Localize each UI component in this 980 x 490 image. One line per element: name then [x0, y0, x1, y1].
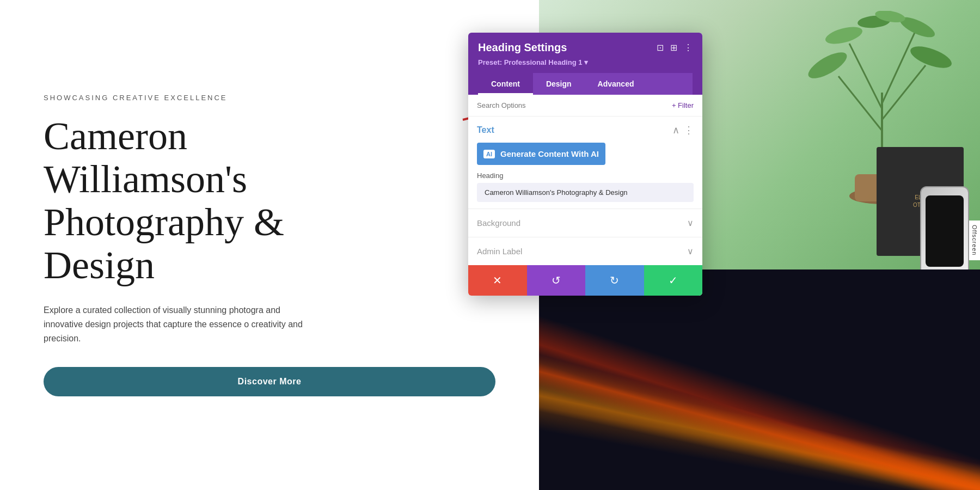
discover-more-button[interactable]: Discover More: [44, 367, 495, 396]
description-text: Explore a curated collection of visually…: [44, 303, 305, 345]
generate-ai-button[interactable]: AI Generate Content With AI: [477, 143, 605, 165]
svg-line-4: [882, 65, 926, 120]
left-content-section: SHOWCASING CREATIVE EXCELLENCE Cameron W…: [0, 0, 539, 490]
svg-point-8: [908, 42, 954, 72]
heading-field-label: Heading: [477, 171, 694, 180]
heading-field-value[interactable]: Cameron Williamson's Photography & Desig…: [477, 183, 694, 202]
tab-advanced[interactable]: Advanced: [585, 73, 647, 95]
subtitle-text: SHOWCASING CREATIVE EXCELLENCE: [44, 94, 495, 102]
admin-label-text: Admin Label: [477, 247, 522, 256]
text-section-controls: ∧ ⋮: [672, 124, 694, 136]
panel-footer: ✕ ↺ ↻ ✓: [468, 265, 702, 296]
section-more-icon[interactable]: ⋮: [684, 124, 694, 136]
confirm-button[interactable]: ✓: [644, 265, 703, 296]
svg-point-9: [824, 23, 864, 47]
panel-title-row: Heading Settings ⊡ ⊞ ⋮: [478, 41, 693, 54]
svg-line-5: [849, 44, 882, 109]
phone-screen: [926, 195, 964, 267]
search-row: + Filter: [468, 95, 702, 117]
panel-title: Heading Settings: [478, 41, 567, 54]
redo-icon: ↻: [610, 274, 619, 287]
background-chevron-icon: ∨: [687, 218, 694, 228]
ai-button-label: Generate Content With AI: [500, 149, 599, 158]
panel-body: + Filter Text ∧ ⋮ AI Generate Content Wi…: [468, 95, 702, 265]
redo-button[interactable]: ↻: [585, 265, 644, 296]
undo-icon: ↺: [552, 274, 561, 287]
heading-settings-panel: Heading Settings ⊡ ⊞ ⋮ Preset: Professio…: [468, 33, 702, 296]
text-section-title: Text: [477, 125, 494, 135]
panel-header: Heading Settings ⊡ ⊞ ⋮ Preset: Professio…: [468, 33, 702, 95]
phone-decoration: [920, 186, 969, 279]
admin-chevron-icon: ∨: [687, 246, 694, 256]
svg-line-3: [838, 76, 882, 131]
preset-label[interactable]: Preset: Professional Heading 1 ▾: [478, 58, 693, 66]
background-label: Background: [477, 218, 520, 228]
tab-content[interactable]: Content: [478, 73, 533, 95]
confirm-icon: ✓: [669, 274, 678, 287]
light-trails: [539, 270, 980, 490]
admin-label-section[interactable]: Admin Label ∨: [468, 237, 702, 265]
undo-button[interactable]: ↺: [527, 265, 586, 296]
ai-badge: AI: [483, 150, 495, 158]
grid-icon[interactable]: ⊞: [670, 42, 677, 53]
text-section-header: Text ∧ ⋮: [468, 117, 702, 140]
panel-icon-group: ⊡ ⊞ ⋮: [657, 42, 693, 53]
heading-field-group: Heading Cameron Williamson's Photography…: [468, 171, 702, 209]
tab-design[interactable]: Design: [533, 73, 585, 95]
search-options-input[interactable]: [477, 101, 667, 109]
background-section[interactable]: Background ∨: [468, 209, 702, 237]
svg-point-7: [805, 47, 850, 83]
cancel-icon: ✕: [493, 274, 502, 287]
main-heading: Cameron Williamson's Photography & Desig…: [44, 115, 495, 287]
collapse-icon[interactable]: ∧: [672, 124, 679, 136]
cancel-button[interactable]: ✕: [468, 265, 527, 296]
more-options-icon[interactable]: ⋮: [684, 42, 693, 53]
preset-chevron: ▾: [584, 58, 588, 66]
filter-button[interactable]: + Filter: [672, 101, 694, 109]
offscreen-label: Offscreen: [969, 220, 980, 260]
light-trails-section: [539, 270, 980, 490]
panel-tabs: Content Design Advanced: [478, 73, 693, 95]
expand-icon[interactable]: ⊡: [657, 42, 664, 53]
svg-line-6: [882, 33, 915, 103]
